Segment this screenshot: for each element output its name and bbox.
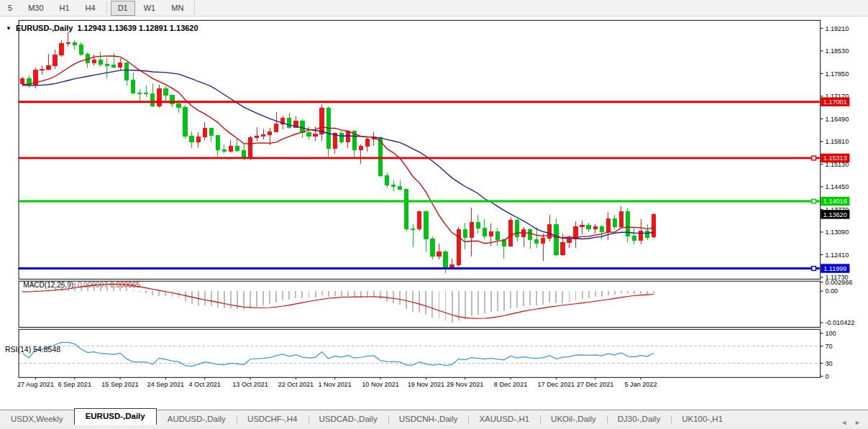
chart-svg[interactable]: 1.192101.185301.178501.171701.164901.158…	[0, 17, 868, 407]
symbol-tab-dj30-daily[interactable]: DJ30-,Daily	[607, 412, 671, 426]
rsi-value: 54.8548	[33, 345, 60, 354]
rsi-panel[interactable]	[19, 329, 821, 377]
rsi-indicator-label: RSI(14) 54.8548	[5, 345, 60, 354]
toolbar-separator	[194, 1, 195, 14]
current-price-badge: 1.13620	[821, 210, 849, 218]
svg-text:24 Sep 2021: 24 Sep 2021	[147, 381, 184, 388]
svg-text:8 Dec 2021: 8 Dec 2021	[494, 381, 527, 388]
svg-text:100: 100	[825, 330, 836, 337]
svg-text:1.15313: 1.15313	[823, 154, 847, 162]
svg-text:0.002966: 0.002966	[825, 279, 852, 286]
symbol-tab-usdchf-h4[interactable]: USDCHF-,H4	[237, 412, 309, 426]
chart-dropdown-icon[interactable]: ▼	[6, 25, 12, 32]
rsi-name: RSI(14)	[5, 345, 31, 354]
svg-text:0.00: 0.00	[825, 287, 838, 295]
chart-canvas[interactable]: 1.192101.185301.178501.171701.164901.158…	[0, 17, 868, 407]
svg-text:1.17850: 1.17850	[825, 70, 849, 78]
symbol-tab-uk100-h1[interactable]: UK100-,H1	[671, 412, 734, 426]
svg-text:27 Aug 2021: 27 Aug 2021	[17, 381, 54, 388]
svg-text:1.15810: 1.15810	[825, 138, 849, 145]
svg-text:10 Nov 2021: 10 Nov 2021	[362, 381, 398, 388]
svg-text:22 Oct 2021: 22 Oct 2021	[278, 381, 314, 388]
timeframe-toolbar: 5M30H1H4D1W1MN	[0, 0, 868, 17]
svg-text:1.12410: 1.12410	[825, 252, 849, 259]
symbol-tab-eurusd-daily[interactable]: EURUSD-,Daily	[74, 408, 157, 425]
svg-text:1.13620: 1.13620	[823, 211, 847, 218]
svg-text:5 Jan 2022: 5 Jan 2022	[625, 381, 657, 388]
toolbar-separator	[106, 1, 107, 14]
timeframe-button-w1[interactable]: W1	[137, 1, 163, 16]
svg-text:1 Nov 2021: 1 Nov 2021	[318, 381, 351, 388]
svg-text:1.19210: 1.19210	[825, 25, 849, 32]
symbol-tab-usdcad-daily[interactable]: USDCAD-,Daily	[309, 412, 388, 426]
svg-text:1.17001: 1.17001	[823, 98, 847, 106]
mt4-window: { "toolbar": { "timeframes": ["5","M30",…	[0, 0, 868, 429]
timeframe-button-h1[interactable]: H1	[52, 1, 77, 16]
price-level-badge-1.14016: 1.14016	[821, 197, 849, 206]
chart-title: ▼ EURUSD-,Daily 1.12943 1.13639 1.12891 …	[6, 24, 198, 32]
symbol-tab-ukoil-daily[interactable]: UKOil-,Daily	[540, 412, 607, 426]
price-level-badge-1.11999: 1.11999	[821, 264, 849, 272]
timeframe-button-5[interactable]: 5	[1, 1, 19, 16]
symbol-tab-xauusd-h1[interactable]: XAUUSD-,H1	[468, 412, 540, 426]
svg-text:1.14016: 1.14016	[823, 198, 847, 205]
svg-text:6 Sep 2021: 6 Sep 2021	[58, 381, 91, 388]
timeframe-button-h4[interactable]: H4	[78, 1, 103, 16]
macd-indicator-label: MACD(12,26,9)0.0000970.000065	[23, 281, 140, 289]
svg-text:30: 30	[825, 360, 832, 367]
symbol-tab-usdx-weekly[interactable]: USDX,Weekly	[0, 412, 74, 426]
svg-text:70: 70	[825, 343, 832, 350]
svg-text:1.14450: 1.14450	[825, 183, 849, 190]
svg-text:27 Dec 2021: 27 Dec 2021	[577, 381, 613, 388]
timeframe-button-mn[interactable]: MN	[164, 1, 191, 16]
svg-text:1.13090: 1.13090	[825, 229, 849, 236]
svg-text:29 Nov 2021: 29 Nov 2021	[447, 381, 483, 388]
price-level-badge-1.17001: 1.17001	[821, 97, 849, 106]
timeframe-button-d1[interactable]: D1	[111, 1, 135, 16]
svg-text:17 Dec 2021: 17 Dec 2021	[538, 381, 575, 388]
chart-title-ohlc: 1.12943 1.13639 1.12891 1.13620	[77, 24, 198, 32]
svg-text:19 Nov 2021: 19 Nov 2021	[408, 381, 444, 388]
svg-text:1.11999: 1.11999	[823, 265, 846, 272]
svg-text:13 Oct 2021: 13 Oct 2021	[232, 381, 268, 388]
timeframe-button-m30[interactable]: M30	[21, 1, 50, 16]
symbol-tab-audusd-daily[interactable]: AUDUSD-,Daily	[157, 412, 237, 426]
statusbar-strip	[0, 425, 868, 429]
svg-text:0: 0	[825, 373, 828, 380]
svg-text:MACD(12,26,9): MACD(12,26,9)	[23, 281, 73, 289]
chart-title-symbol: EURUSD-,Daily	[16, 24, 73, 32]
main-price-panel[interactable]	[19, 20, 821, 279]
svg-text:1.18530: 1.18530	[825, 47, 849, 55]
svg-text:4 Oct 2021: 4 Oct 2021	[189, 381, 221, 388]
svg-text:1.16490: 1.16490	[825, 116, 849, 123]
symbol-tabbar: USDX,WeeklyEURUSD-,DailyAUDUSD-,DailyUSD…	[0, 410, 868, 426]
svg-text:15 Sep 2021: 15 Sep 2021	[101, 381, 139, 388]
symbol-tab-usdcnh-daily[interactable]: USDCNH-,Daily	[388, 412, 469, 426]
price-level-badge-1.15313: 1.15313	[821, 154, 849, 162]
svg-text:0.000065: 0.000065	[110, 281, 140, 289]
svg-text:-0.010422: -0.010422	[825, 319, 854, 326]
